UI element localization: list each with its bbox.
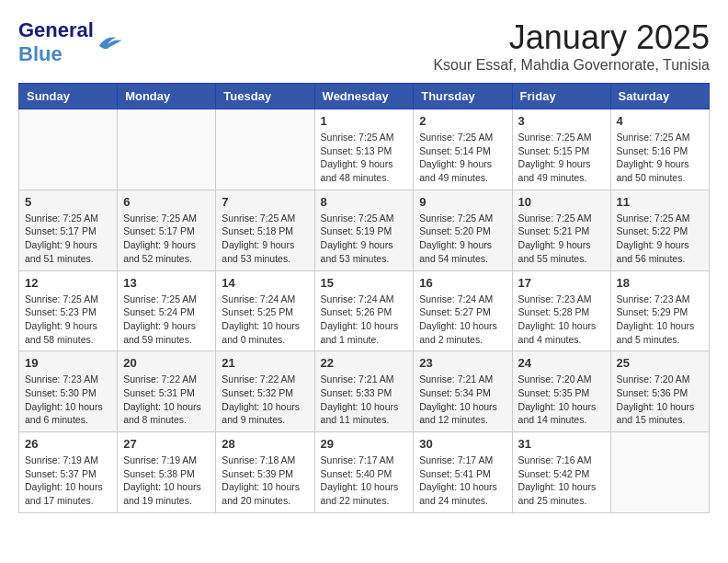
day-info: Sunrise: 7:19 AM Sunset: 5:38 PM Dayligh… (123, 454, 210, 508)
day-number: 6 (123, 195, 210, 209)
calendar-week-row: 12Sunrise: 7:25 AM Sunset: 5:23 PM Dayli… (19, 270, 710, 351)
day-info: Sunrise: 7:25 AM Sunset: 5:22 PM Dayligh… (617, 212, 703, 266)
calendar-week-row: 5Sunrise: 7:25 AM Sunset: 5:17 PM Daylig… (19, 190, 710, 270)
calendar-cell: 1Sunrise: 7:25 AM Sunset: 5:13 PM Daylig… (314, 109, 414, 190)
day-number: 18 (617, 276, 703, 290)
day-number: 8 (321, 195, 408, 209)
calendar-cell (118, 109, 216, 190)
day-number: 2 (419, 114, 506, 128)
calendar-cell: 26Sunrise: 7:19 AM Sunset: 5:37 PM Dayli… (19, 432, 118, 513)
logo-text: General Blue (18, 18, 94, 66)
day-info: Sunrise: 7:19 AM Sunset: 5:37 PM Dayligh… (25, 454, 111, 508)
day-number: 21 (222, 356, 308, 370)
day-number: 10 (518, 195, 605, 209)
day-info: Sunrise: 7:25 AM Sunset: 5:15 PM Dayligh… (518, 131, 605, 185)
day-number: 15 (321, 276, 408, 290)
calendar-cell: 12Sunrise: 7:25 AM Sunset: 5:23 PM Dayli… (19, 270, 118, 351)
day-number: 17 (518, 276, 605, 290)
day-info: Sunrise: 7:25 AM Sunset: 5:13 PM Dayligh… (321, 131, 408, 185)
day-info: Sunrise: 7:23 AM Sunset: 5:29 PM Dayligh… (617, 293, 703, 347)
day-number: 11 (617, 195, 703, 209)
day-number: 26 (25, 437, 111, 451)
calendar-cell: 2Sunrise: 7:25 AM Sunset: 5:14 PM Daylig… (414, 109, 512, 190)
calendar-cell: 6Sunrise: 7:25 AM Sunset: 5:17 PM Daylig… (118, 190, 216, 270)
calendar-cell: 11Sunrise: 7:25 AM Sunset: 5:22 PM Dayli… (610, 190, 709, 270)
day-info: Sunrise: 7:17 AM Sunset: 5:41 PM Dayligh… (419, 454, 506, 508)
day-of-week-header: Monday (118, 84, 216, 109)
day-of-week-header: Thursday (414, 84, 512, 109)
calendar-week-row: 1Sunrise: 7:25 AM Sunset: 5:13 PM Daylig… (19, 109, 710, 190)
calendar-subtitle: Ksour Essaf, Mahdia Governorate, Tunisia (433, 57, 710, 74)
day-number: 14 (222, 276, 308, 290)
day-number: 31 (518, 437, 605, 451)
day-info: Sunrise: 7:18 AM Sunset: 5:39 PM Dayligh… (222, 454, 308, 508)
calendar-cell: 31Sunrise: 7:16 AM Sunset: 5:42 PM Dayli… (512, 432, 610, 513)
day-info: Sunrise: 7:25 AM Sunset: 5:18 PM Dayligh… (222, 212, 308, 266)
day-number: 29 (321, 437, 408, 451)
day-info: Sunrise: 7:25 AM Sunset: 5:20 PM Dayligh… (419, 212, 506, 266)
calendar-header-row: SundayMondayTuesdayWednesdayThursdayFrid… (19, 84, 710, 109)
day-number: 24 (518, 356, 605, 370)
calendar-cell: 18Sunrise: 7:23 AM Sunset: 5:29 PM Dayli… (610, 270, 709, 351)
day-info: Sunrise: 7:24 AM Sunset: 5:27 PM Dayligh… (419, 293, 506, 347)
calendar-cell: 25Sunrise: 7:20 AM Sunset: 5:36 PM Dayli… (610, 351, 709, 432)
calendar-cell: 7Sunrise: 7:25 AM Sunset: 5:18 PM Daylig… (216, 190, 314, 270)
calendar-table: SundayMondayTuesdayWednesdayThursdayFrid… (18, 83, 710, 513)
day-info: Sunrise: 7:25 AM Sunset: 5:16 PM Dayligh… (617, 131, 703, 185)
calendar-cell: 22Sunrise: 7:21 AM Sunset: 5:33 PM Dayli… (314, 351, 414, 432)
day-number: 16 (419, 276, 506, 290)
calendar-cell: 15Sunrise: 7:24 AM Sunset: 5:26 PM Dayli… (314, 270, 414, 351)
day-number: 27 (123, 437, 210, 451)
day-number: 28 (222, 437, 308, 451)
day-number: 19 (25, 356, 111, 370)
day-number: 7 (222, 195, 308, 209)
day-number: 13 (123, 276, 210, 290)
day-of-week-header: Sunday (19, 84, 118, 109)
day-info: Sunrise: 7:25 AM Sunset: 5:24 PM Dayligh… (123, 293, 210, 347)
day-number: 12 (25, 276, 111, 290)
day-info: Sunrise: 7:20 AM Sunset: 5:35 PM Dayligh… (518, 373, 605, 427)
calendar-cell: 30Sunrise: 7:17 AM Sunset: 5:41 PM Dayli… (414, 432, 512, 513)
day-info: Sunrise: 7:25 AM Sunset: 5:21 PM Dayligh… (518, 212, 605, 266)
day-info: Sunrise: 7:23 AM Sunset: 5:28 PM Dayligh… (518, 293, 605, 347)
day-info: Sunrise: 7:25 AM Sunset: 5:23 PM Dayligh… (25, 293, 111, 347)
calendar-cell (610, 432, 709, 513)
calendar-cell: 9Sunrise: 7:25 AM Sunset: 5:20 PM Daylig… (414, 190, 512, 270)
day-info: Sunrise: 7:16 AM Sunset: 5:42 PM Dayligh… (518, 454, 605, 508)
calendar-cell: 3Sunrise: 7:25 AM Sunset: 5:15 PM Daylig… (512, 109, 610, 190)
calendar-cell: 14Sunrise: 7:24 AM Sunset: 5:25 PM Dayli… (216, 270, 314, 351)
day-number: 9 (419, 195, 506, 209)
page-header: General Blue January 2025 Ksour Essaf, M… (18, 18, 710, 74)
calendar-cell (216, 109, 314, 190)
day-number: 5 (25, 195, 111, 209)
calendar-cell: 5Sunrise: 7:25 AM Sunset: 5:17 PM Daylig… (19, 190, 118, 270)
title-block: January 2025 Ksour Essaf, Mahdia Governo… (433, 18, 710, 74)
day-info: Sunrise: 7:22 AM Sunset: 5:31 PM Dayligh… (123, 373, 210, 427)
day-number: 22 (321, 356, 408, 370)
day-of-week-header: Tuesday (216, 84, 314, 109)
day-info: Sunrise: 7:25 AM Sunset: 5:17 PM Dayligh… (123, 212, 210, 266)
calendar-cell: 17Sunrise: 7:23 AM Sunset: 5:28 PM Dayli… (512, 270, 610, 351)
calendar-cell: 24Sunrise: 7:20 AM Sunset: 5:35 PM Dayli… (512, 351, 610, 432)
calendar-week-row: 26Sunrise: 7:19 AM Sunset: 5:37 PM Dayli… (19, 432, 710, 513)
calendar-cell: 29Sunrise: 7:17 AM Sunset: 5:40 PM Dayli… (314, 432, 414, 513)
day-info: Sunrise: 7:24 AM Sunset: 5:26 PM Dayligh… (321, 293, 408, 347)
day-of-week-header: Saturday (610, 84, 709, 109)
calendar-cell: 8Sunrise: 7:25 AM Sunset: 5:19 PM Daylig… (314, 190, 414, 270)
day-number: 30 (419, 437, 506, 451)
day-info: Sunrise: 7:25 AM Sunset: 5:14 PM Dayligh… (419, 131, 506, 185)
day-info: Sunrise: 7:20 AM Sunset: 5:36 PM Dayligh… (617, 373, 703, 427)
calendar-title: January 2025 (433, 18, 710, 57)
calendar-cell: 13Sunrise: 7:25 AM Sunset: 5:24 PM Dayli… (118, 270, 216, 351)
day-info: Sunrise: 7:21 AM Sunset: 5:33 PM Dayligh… (321, 373, 408, 427)
day-number: 1 (321, 114, 408, 128)
day-info: Sunrise: 7:21 AM Sunset: 5:34 PM Dayligh… (419, 373, 506, 427)
day-number: 20 (123, 356, 210, 370)
day-info: Sunrise: 7:17 AM Sunset: 5:40 PM Dayligh… (321, 454, 408, 508)
calendar-cell: 28Sunrise: 7:18 AM Sunset: 5:39 PM Dayli… (216, 432, 314, 513)
day-info: Sunrise: 7:24 AM Sunset: 5:25 PM Dayligh… (222, 293, 308, 347)
day-info: Sunrise: 7:22 AM Sunset: 5:32 PM Dayligh… (222, 373, 308, 427)
day-number: 3 (518, 114, 605, 128)
day-of-week-header: Wednesday (314, 84, 414, 109)
day-number: 23 (419, 356, 506, 370)
